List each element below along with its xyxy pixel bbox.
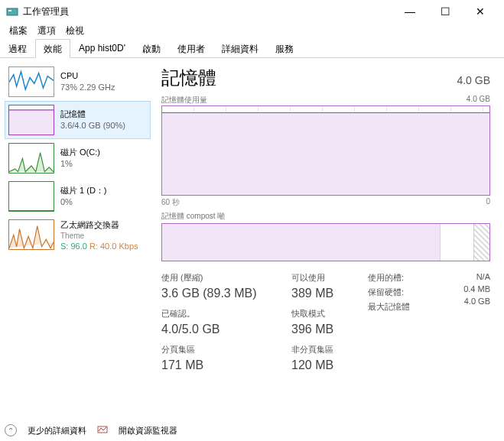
tab-performance[interactable]: 效能: [35, 39, 70, 58]
svg-rect-1: [8, 10, 11, 11]
avail-value: 389 MB: [291, 287, 368, 300]
menu-options[interactable]: 選項: [34, 23, 59, 39]
hw-reserved-value: 0.4 MB: [444, 284, 490, 293]
sidebar-item-cpu[interactable]: CPU 73% 2.29 GHz: [5, 63, 151, 101]
open-resource-monitor-link[interactable]: 開啟資源監視器: [119, 425, 177, 436]
svg-rect-0: [7, 8, 18, 15]
x-left: 60 秒: [161, 197, 180, 208]
disk0-stat: 1%: [60, 158, 100, 170]
sidebar-item-memory[interactable]: 記憶體 3.6/4.0 GB (90%): [5, 101, 151, 139]
memory-usage-chart: [161, 105, 490, 196]
memory-stat: 3.6/4.0 GB (90%): [60, 120, 125, 131]
hw-reserved-label: 保留硬體:: [368, 287, 444, 298]
tab-services[interactable]: 服務: [267, 39, 302, 58]
maximize-button[interactable]: ☐: [428, 0, 463, 23]
net-ul: R: 40.0 Kbps: [89, 242, 138, 251]
committed-label: 已確認。: [161, 308, 291, 319]
tab-startup[interactable]: 啟動: [134, 39, 169, 58]
disk0-name: 磁片 O(C:): [60, 147, 100, 158]
resmon-icon: [97, 424, 108, 436]
memory-name: 記憶體: [60, 109, 125, 120]
window-title: 工作管理員: [23, 5, 392, 18]
max-mem-label: 最大記憶體: [368, 301, 444, 313]
nonpaged-value: 120 MB: [291, 358, 368, 372]
tab-details[interactable]: 詳細資料: [213, 39, 267, 58]
committed-value: 4.0/5.0 GB: [161, 323, 291, 336]
memory-composition-chart: [161, 223, 490, 261]
menu-view[interactable]: 檢視: [63, 23, 87, 39]
sidebar-item-disk1[interactable]: 磁片 1 (D：) 0%: [5, 177, 151, 216]
cpu-stat: 73% 2.29 GHz: [60, 82, 115, 93]
paged-label: 分頁集區: [161, 344, 291, 355]
slots-label: 使用的槽:: [368, 272, 444, 284]
composition-label: 記憶體 compost 噸: [161, 211, 490, 222]
usage-max: 4.0 GB: [467, 95, 490, 105]
net-thumb: [8, 219, 54, 250]
tab-processes[interactable]: 過程: [0, 39, 35, 58]
cached-label: 快取模式: [291, 308, 368, 319]
avail-label: 可以使用: [291, 272, 368, 284]
page-title: 記憶體: [161, 66, 216, 90]
tab-app-history[interactable]: App hist0D': [70, 39, 134, 58]
sidebar-item-network[interactable]: 乙太網路交換器 Theme S: 96.0 R: 40.0 Kbps: [5, 216, 151, 256]
cpu-name: CPU: [60, 70, 115, 82]
svg-rect-2: [9, 110, 54, 135]
cached-value: 396 MB: [291, 323, 368, 336]
memory-thumb: [8, 105, 54, 135]
disk1-name: 磁片 1 (D：): [60, 185, 107, 196]
in-use-value: 3.6 GB (89.3 MB): [161, 287, 291, 300]
minimize-button[interactable]: —: [392, 0, 428, 23]
paged-value: 171 MB: [161, 358, 291, 372]
usage-label: 記憶體使用量: [161, 95, 207, 105]
fewer-details-link[interactable]: 更少的詳細資料: [28, 425, 86, 436]
close-button[interactable]: ✕: [463, 0, 498, 23]
x-right: 0: [486, 197, 490, 208]
chevron-up-icon[interactable]: ⌃: [5, 424, 17, 436]
disk1-stat: 0%: [60, 196, 107, 208]
cpu-thumb: [8, 66, 54, 97]
disk1-thumb: [8, 181, 54, 212]
disk0-thumb: [8, 143, 54, 173]
in-use-label: 使用 (壓縮): [161, 272, 291, 284]
net-name: 乙太網路交換器: [60, 219, 138, 231]
nonpaged-label: 非分頁集區: [291, 344, 368, 355]
app-icon: [6, 5, 18, 18]
menu-file[interactable]: 檔案: [6, 23, 31, 39]
net-theme: Theme: [60, 231, 138, 242]
max-mem-value: 4.0 GB: [444, 297, 490, 306]
sidebar-item-disk0[interactable]: 磁片 O(C:) 1%: [5, 139, 151, 177]
memory-capacity: 4.0 GB: [457, 74, 490, 86]
net-dl: S: 96.0: [60, 242, 87, 251]
slots-value: N/A: [444, 272, 490, 281]
tab-users[interactable]: 使用者: [169, 39, 213, 58]
